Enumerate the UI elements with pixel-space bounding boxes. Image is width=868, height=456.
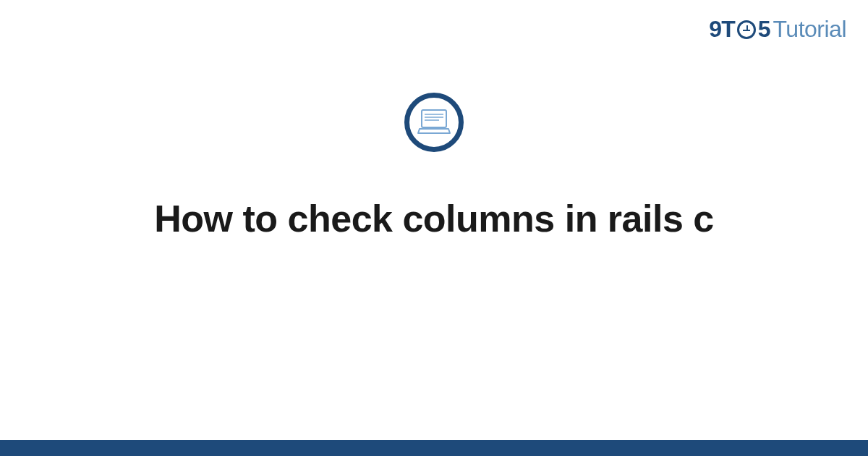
logo-text-5: 5 bbox=[758, 16, 770, 43]
clock-icon bbox=[737, 20, 756, 39]
page-title: How to check columns in rails c bbox=[154, 197, 713, 240]
icon-badge bbox=[404, 93, 464, 152]
laptop-icon bbox=[417, 109, 451, 136]
footer-accent-bar bbox=[0, 440, 868, 456]
logo-text-tutorial: Tutorial bbox=[773, 16, 846, 43]
site-logo: 9T 5 Tutorial bbox=[709, 16, 846, 43]
logo-text-9t: 9T bbox=[709, 16, 734, 43]
svg-rect-0 bbox=[422, 110, 446, 127]
main-content: How to check columns in rails c bbox=[0, 93, 868, 240]
